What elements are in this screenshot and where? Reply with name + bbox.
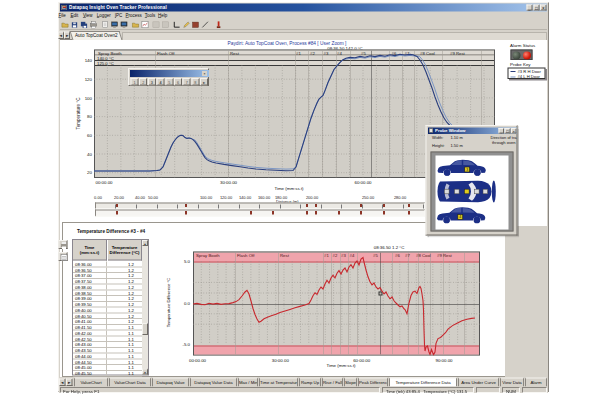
svg-text:3: 3 xyxy=(466,168,468,172)
svg-text:4: 4 xyxy=(459,215,461,219)
